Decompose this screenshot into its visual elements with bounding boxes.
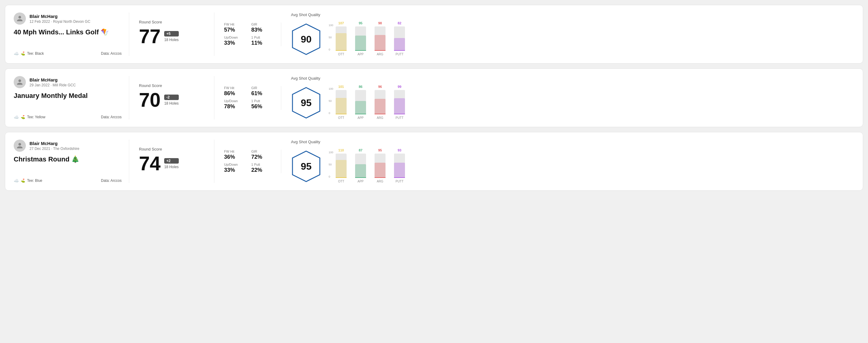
fw-hit-stat: FW Hit 36% <box>224 150 244 160</box>
quality-section: Avg Shot Quality 95 100 50 0 110 <box>281 139 854 183</box>
bar-fill-putt <box>394 98 405 114</box>
bag-icon: ⛳ <box>21 115 25 119</box>
bar-fill-ott <box>336 98 347 114</box>
hex-score-value: 95 <box>301 161 312 172</box>
weather-icon: ☁️ <box>14 115 19 120</box>
quality-hex-container: Avg Shot Quality 95 100 50 0 101 <box>291 76 406 120</box>
tee-info: ☁️ ⛳ Tee: Yellow Data: Arccos <box>14 115 122 120</box>
bar-fill-arg <box>375 99 385 114</box>
bar-line-arg <box>375 177 385 178</box>
avatar <box>14 76 26 88</box>
stats-grid: FW Hit 86% GIR 61% Up/Down 78% 1 Putt 56… <box>214 86 281 110</box>
bar-value-app: 87 <box>359 148 363 152</box>
round-title: Christmas Round 🎄 <box>14 155 122 163</box>
bar-bg-arg <box>375 27 385 51</box>
updown-value: 33% <box>224 40 244 46</box>
quality-content: 95 100 50 0 110 OTT 87 <box>291 147 406 183</box>
left-section: Blair McHarg 27 Dec 2021 · The Oxfordshi… <box>14 139 129 183</box>
bar-bg-ott <box>336 154 347 178</box>
bar-label-putt: PUTT <box>396 53 403 56</box>
gir-stat: GIR 61% <box>251 86 272 97</box>
tee-label: Tee: Yellow <box>27 115 45 119</box>
bar-value-app: 86 <box>359 85 363 89</box>
fw-hit-value: 36% <box>224 154 244 160</box>
bar-bg-app <box>355 90 366 114</box>
hexagon-wrapper: 95 <box>291 150 321 183</box>
bar-bg-arg <box>375 90 385 114</box>
bar-fill-app <box>355 36 366 51</box>
round-card: Blair McHarg 29 Jan 2022 · Mill Ride GCC… <box>5 68 863 127</box>
tee-label: Tee: Blue <box>27 179 42 183</box>
gir-value: 61% <box>251 90 272 97</box>
round-card: Blair McHarg 12 Feb 2022 · Royal North D… <box>5 5 863 64</box>
oneputt-value: 11% <box>251 40 272 46</box>
player-info: Blair McHarg 27 Dec 2021 · The Oxfordshi… <box>14 139 122 152</box>
updown-stat: Up/Down 78% <box>224 99 244 110</box>
bar-label-arg: ARG <box>377 53 383 56</box>
data-source: Data: Arccos <box>101 52 122 56</box>
bag-icon: ⛳ <box>21 52 25 56</box>
bar-label-putt: PUTT <box>396 180 403 183</box>
score-value: 77 <box>139 27 160 46</box>
bar-value-app: 95 <box>359 21 363 25</box>
bar-value-arg: 98 <box>378 21 382 25</box>
weather-icon: ☁️ <box>14 178 19 183</box>
bar-label-ott: OTT <box>338 53 344 56</box>
bar-line-putt <box>394 50 405 51</box>
bar-line-ott <box>336 177 347 178</box>
score-row: 70 -2 18 Holes <box>139 90 204 110</box>
bar-fill-putt <box>394 163 405 178</box>
score-section: Round Score 77 +5 18 Holes <box>129 12 214 56</box>
bar-label-arg: ARG <box>377 116 383 120</box>
fw-hit-label: FW Hit <box>224 150 244 153</box>
player-name: Blair McHarg <box>30 14 90 19</box>
gir-label: GIR <box>251 23 272 26</box>
bar-line-putt <box>394 177 405 178</box>
player-info: Blair McHarg 12 Feb 2022 · Royal North D… <box>14 12 122 25</box>
player-details: Blair McHarg 12 Feb 2022 · Royal North D… <box>30 14 90 24</box>
bar-label-app: APP <box>358 53 364 56</box>
fw-hit-value: 57% <box>224 27 244 33</box>
holes-label: 18 Holes <box>164 165 179 169</box>
weather-icon: ☁️ <box>14 51 19 56</box>
fw-hit-label: FW Hit <box>224 86 244 90</box>
bar-label-app: APP <box>358 116 364 120</box>
player-meta: 29 Jan 2022 · Mill Ride GCC <box>30 83 76 87</box>
gir-stat: GIR 72% <box>251 150 272 160</box>
bar-bg-ott <box>336 90 347 114</box>
oneputt-value: 56% <box>251 103 272 110</box>
bar-line-app <box>355 177 366 178</box>
round-title: 40 Mph Winds... Links Golf 🪁 <box>14 28 122 36</box>
bar-line-arg <box>375 50 385 51</box>
bar-value-putt: 82 <box>398 21 401 25</box>
bar-col-app: 95 APP <box>354 21 367 56</box>
bar-col-arg: 95 ARG <box>373 148 387 183</box>
left-section: Blair McHarg 29 Jan 2022 · Mill Ride GCC… <box>14 76 129 120</box>
bar-value-putt: 93 <box>398 148 401 152</box>
hex-score-value: 90 <box>301 34 312 45</box>
oneputt-label: 1 Putt <box>251 36 272 39</box>
fw-hit-label: FW Hit <box>224 23 244 26</box>
bar-fill-ott <box>336 160 347 178</box>
bar-value-putt: 99 <box>398 85 401 89</box>
score-section: Round Score 70 -2 18 Holes <box>129 76 214 120</box>
score-row: 74 +2 18 Holes <box>139 154 204 173</box>
score-badge-col: +5 18 Holes <box>164 31 179 42</box>
bar-col-arg: 96 ARG <box>373 85 387 120</box>
score-section: Round Score 74 +2 18 Holes <box>129 139 214 183</box>
left-section: Blair McHarg 12 Feb 2022 · Royal North D… <box>14 12 129 56</box>
person-icon <box>17 142 23 149</box>
bar-line-app <box>355 114 366 114</box>
bar-fill-putt <box>394 38 405 51</box>
holes-label: 18 Holes <box>164 101 179 105</box>
player-meta: 27 Dec 2021 · The Oxfordshire <box>30 147 79 151</box>
tee-label: Tee: Black <box>27 52 44 56</box>
score-badge: +2 <box>164 158 179 164</box>
quality-header: Avg Shot Quality <box>291 139 406 144</box>
bar-value-ott: 110 <box>338 148 344 152</box>
player-details: Blair McHarg 27 Dec 2021 · The Oxfordshi… <box>30 141 79 151</box>
bar-col-ott: 101 OTT <box>335 85 348 120</box>
bar-col-putt: 82 PUTT <box>393 21 406 56</box>
bar-col-ott: 110 OTT <box>335 148 348 183</box>
score-badge: -2 <box>164 95 179 100</box>
